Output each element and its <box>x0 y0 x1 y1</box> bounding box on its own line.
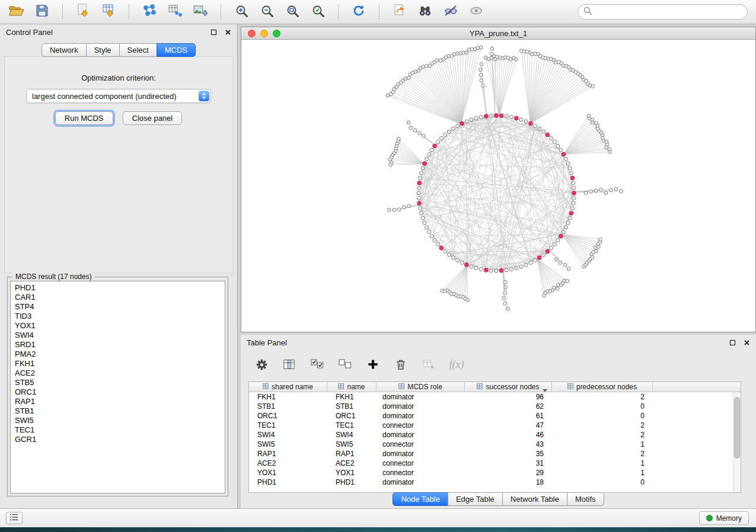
table-cell[interactable]: FKH1 <box>249 393 327 401</box>
show-hide-details-button[interactable] <box>465 2 487 21</box>
search-network-button[interactable] <box>414 2 436 21</box>
table-cell[interactable]: RAP1 <box>327 450 377 458</box>
table-cell[interactable]: SWI5 <box>249 440 327 448</box>
table-row[interactable]: PHD1PHD1dominator180 <box>249 477 733 487</box>
float-panel-button[interactable] <box>729 339 736 346</box>
table-cell[interactable]: connector <box>377 469 465 477</box>
memory-button[interactable]: Memory <box>699 511 749 525</box>
table-cell[interactable]: dominator <box>377 478 465 486</box>
table-cell[interactable]: dominator <box>377 402 465 411</box>
table-scrollbar[interactable] <box>733 392 741 492</box>
column-header-successor-nodes[interactable]: successor nodes <box>465 382 552 392</box>
open-session-button[interactable] <box>6 2 27 21</box>
table-cell[interactable]: PHD1 <box>327 478 377 486</box>
table-cell[interactable]: 35 <box>465 450 552 458</box>
table-cell[interactable]: 1 <box>552 459 653 467</box>
close-icon[interactable] <box>224 28 231 36</box>
search-input[interactable] <box>595 8 742 17</box>
show-columns-button[interactable] <box>283 358 296 371</box>
import-network-file-button[interactable] <box>72 2 94 21</box>
zoom-fit-button[interactable] <box>282 2 303 21</box>
optimization-criterion-select[interactable]: largest connected component (undirected) <box>26 89 211 103</box>
zoom-selected-button[interactable] <box>307 2 328 21</box>
table-cell[interactable]: STB1 <box>327 402 377 411</box>
table-cell[interactable]: RAP1 <box>249 450 327 458</box>
mcds-result-list[interactable]: PHD1CAR1STP4TID3YOX1SWI4SRD1PMA2FKH1ACE2… <box>10 281 225 493</box>
table-cell[interactable]: 0 <box>552 402 653 411</box>
table-cell[interactable]: STB1 <box>249 402 327 411</box>
mcds-result-item[interactable]: SWI5 <box>11 416 225 425</box>
network-canvas[interactable] <box>241 40 755 332</box>
column-settings-button[interactable] <box>255 358 268 371</box>
mcds-result-item[interactable]: FKH1 <box>11 359 225 368</box>
table-cell[interactable]: TEC1 <box>327 421 377 430</box>
table-cell[interactable]: ORC1 <box>327 412 377 420</box>
table-cell[interactable]: ORC1 <box>249 412 327 420</box>
mcds-result-item[interactable]: GCR1 <box>11 435 225 444</box>
table-cell[interactable]: dominator <box>377 412 465 420</box>
create-column-button[interactable] <box>366 358 379 371</box>
mcds-result-item[interactable]: TID3 <box>11 312 225 321</box>
mcds-result-item[interactable]: SRD1 <box>11 340 225 350</box>
table-cell[interactable]: 43 <box>465 440 552 448</box>
table-cell[interactable]: 47 <box>465 421 552 430</box>
zoom-out-button[interactable] <box>256 2 277 21</box>
network-window-titlebar[interactable]: YPA_prune.txt_1 <box>241 27 755 40</box>
mcds-result-item[interactable]: PMA2 <box>11 350 225 359</box>
table-cell[interactable]: 0 <box>552 478 653 486</box>
float-panel-button[interactable] <box>210 28 217 36</box>
table-cell[interactable]: YOX1 <box>327 469 377 477</box>
table-row[interactable]: YOX1YOX1connector291 <box>249 468 733 477</box>
table-cell[interactable]: dominator <box>377 393 465 401</box>
toggle-graphics-details-button[interactable] <box>440 2 461 21</box>
new-network-button[interactable] <box>139 2 160 21</box>
table-cell[interactable]: 18 <box>465 478 552 486</box>
scrollbar-thumb[interactable] <box>734 397 740 459</box>
column-header-mcds-role[interactable]: MCDS role <box>377 382 465 392</box>
table-cell[interactable]: 0 <box>552 412 653 420</box>
table-cell[interactable]: 62 <box>465 402 552 411</box>
zoom-in-button[interactable] <box>231 2 252 21</box>
tab-motifs[interactable]: Motifs <box>567 492 604 506</box>
close-icon[interactable] <box>743 339 750 346</box>
table-cell[interactable]: 96 <box>465 393 552 401</box>
select-all-columns-button[interactable] <box>311 358 324 371</box>
tab-select[interactable]: Select <box>119 43 157 57</box>
mcds-result-item[interactable]: PHD1 <box>11 283 225 293</box>
column-header-name[interactable]: name <box>327 382 377 392</box>
table-cell[interactable]: 61 <box>465 412 552 420</box>
table-cell[interactable]: ACE2 <box>249 459 327 467</box>
tab-style[interactable]: Style <box>86 43 120 57</box>
mcds-result-item[interactable]: RAP1 <box>11 397 225 406</box>
task-history-button[interactable] <box>6 512 23 524</box>
table-cell[interactable]: YOX1 <box>249 469 327 477</box>
open-network-web-button[interactable] <box>389 2 410 21</box>
table-cell[interactable]: SWI4 <box>327 431 377 439</box>
table-cell[interactable]: dominator <box>377 450 465 458</box>
tab-mcds[interactable]: MCDS <box>157 43 196 57</box>
mcds-result-item[interactable]: ACE2 <box>11 368 225 378</box>
column-header-shared-name[interactable]: shared name <box>249 382 327 392</box>
export-image-button[interactable] <box>190 2 211 21</box>
close-panel-button[interactable]: Close panel <box>123 111 183 125</box>
table-cell[interactable]: dominator <box>377 431 465 439</box>
table-cell[interactable]: 2 <box>552 393 653 401</box>
mcds-result-item[interactable]: ORC1 <box>11 387 225 397</box>
tab-edge-table[interactable]: Edge Table <box>448 492 503 506</box>
mcds-result-item[interactable]: YOX1 <box>11 321 225 331</box>
table-row[interactable]: ACE2ACE2connector311 <box>249 459 733 468</box>
delete-table-button[interactable] <box>422 358 435 371</box>
table-cell[interactable]: 2 <box>552 431 653 439</box>
table-row[interactable]: SWI5SWI5connector431 <box>249 440 733 449</box>
network-from-table-button[interactable] <box>164 2 186 21</box>
table-cell[interactable]: FKH1 <box>327 393 377 401</box>
table-row[interactable]: ORC1ORC1dominator610 <box>249 411 733 421</box>
tab-network-table[interactable]: Network Table <box>502 492 567 506</box>
table-cell[interactable]: 46 <box>465 431 552 439</box>
table-cell[interactable]: 2 <box>552 421 653 430</box>
mcds-result-item[interactable]: CAR1 <box>11 293 225 302</box>
close-window-button[interactable] <box>248 30 256 37</box>
run-mcds-button[interactable]: Run MCDS <box>55 111 113 125</box>
save-session-button[interactable] <box>31 2 53 21</box>
table-cell[interactable]: ACE2 <box>327 459 377 467</box>
